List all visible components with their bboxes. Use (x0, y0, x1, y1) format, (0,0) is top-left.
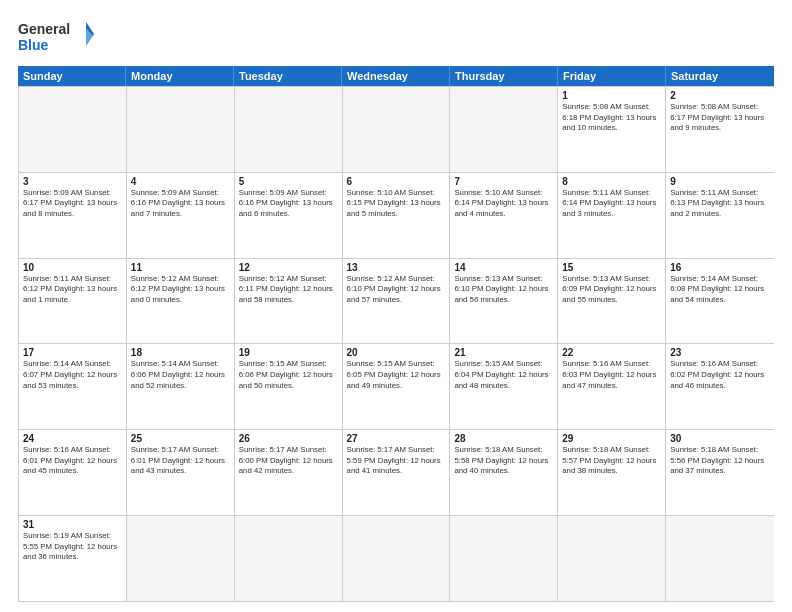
day-info: Sunrise: 5:09 AM Sunset: 6:16 PM Dayligh… (239, 188, 338, 220)
day-number: 13 (347, 262, 446, 273)
calendar-cell: 21Sunrise: 5:15 AM Sunset: 6:04 PM Dayli… (450, 344, 558, 429)
calendar-cell: 8Sunrise: 5:11 AM Sunset: 6:14 PM Daylig… (558, 173, 666, 258)
calendar-body: 1Sunrise: 5:08 AM Sunset: 6:18 PM Daylig… (18, 86, 774, 602)
day-info: Sunrise: 5:11 AM Sunset: 6:14 PM Dayligh… (562, 188, 661, 220)
day-info: Sunrise: 5:18 AM Sunset: 5:58 PM Dayligh… (454, 445, 553, 477)
calendar-cell (343, 516, 451, 601)
day-number: 26 (239, 433, 338, 444)
calendar-cell: 31Sunrise: 5:19 AM Sunset: 5:55 PM Dayli… (19, 516, 127, 601)
day-info: Sunrise: 5:16 AM Sunset: 6:03 PM Dayligh… (562, 359, 661, 391)
calendar-cell: 3Sunrise: 5:09 AM Sunset: 6:17 PM Daylig… (19, 173, 127, 258)
day-info: Sunrise: 5:12 AM Sunset: 6:11 PM Dayligh… (239, 274, 338, 306)
day-info: Sunrise: 5:09 AM Sunset: 6:16 PM Dayligh… (131, 188, 230, 220)
day-info: Sunrise: 5:16 AM Sunset: 6:02 PM Dayligh… (670, 359, 770, 391)
calendar-cell (19, 87, 127, 172)
page-header: General Blue (18, 18, 774, 58)
calendar-cell: 7Sunrise: 5:10 AM Sunset: 6:14 PM Daylig… (450, 173, 558, 258)
calendar-cell: 28Sunrise: 5:18 AM Sunset: 5:58 PM Dayli… (450, 430, 558, 515)
calendar-cell (666, 516, 774, 601)
calendar-cell: 2Sunrise: 5:08 AM Sunset: 6:17 PM Daylig… (666, 87, 774, 172)
day-info: Sunrise: 5:17 AM Sunset: 6:01 PM Dayligh… (131, 445, 230, 477)
day-number: 5 (239, 176, 338, 187)
calendar-cell (127, 516, 235, 601)
day-number: 22 (562, 347, 661, 358)
calendar-row-1: 1Sunrise: 5:08 AM Sunset: 6:18 PM Daylig… (19, 87, 774, 173)
day-number: 12 (239, 262, 338, 273)
day-info: Sunrise: 5:14 AM Sunset: 6:06 PM Dayligh… (131, 359, 230, 391)
calendar-cell: 5Sunrise: 5:09 AM Sunset: 6:16 PM Daylig… (235, 173, 343, 258)
header-cell-tuesday: Tuesday (234, 66, 342, 86)
calendar-row-3: 10Sunrise: 5:11 AM Sunset: 6:12 PM Dayli… (19, 259, 774, 345)
calendar-cell: 13Sunrise: 5:12 AM Sunset: 6:10 PM Dayli… (343, 259, 451, 344)
day-info: Sunrise: 5:18 AM Sunset: 5:56 PM Dayligh… (670, 445, 770, 477)
day-number: 18 (131, 347, 230, 358)
calendar-cell: 23Sunrise: 5:16 AM Sunset: 6:02 PM Dayli… (666, 344, 774, 429)
generalblue-logo: General Blue (18, 18, 98, 58)
day-info: Sunrise: 5:10 AM Sunset: 6:15 PM Dayligh… (347, 188, 446, 220)
day-number: 19 (239, 347, 338, 358)
calendar-cell (343, 87, 451, 172)
calendar-cell: 27Sunrise: 5:17 AM Sunset: 5:59 PM Dayli… (343, 430, 451, 515)
header-cell-monday: Monday (126, 66, 234, 86)
calendar-cell: 25Sunrise: 5:17 AM Sunset: 6:01 PM Dayli… (127, 430, 235, 515)
calendar-cell: 6Sunrise: 5:10 AM Sunset: 6:15 PM Daylig… (343, 173, 451, 258)
calendar-cell: 20Sunrise: 5:15 AM Sunset: 6:05 PM Dayli… (343, 344, 451, 429)
calendar-header-row: SundayMondayTuesdayWednesdayThursdayFrid… (18, 66, 774, 86)
calendar-cell: 18Sunrise: 5:14 AM Sunset: 6:06 PM Dayli… (127, 344, 235, 429)
calendar-cell: 14Sunrise: 5:13 AM Sunset: 6:10 PM Dayli… (450, 259, 558, 344)
day-number: 3 (23, 176, 122, 187)
day-number: 25 (131, 433, 230, 444)
calendar-cell: 19Sunrise: 5:15 AM Sunset: 6:06 PM Dayli… (235, 344, 343, 429)
day-info: Sunrise: 5:13 AM Sunset: 6:10 PM Dayligh… (454, 274, 553, 306)
day-number: 7 (454, 176, 553, 187)
header-cell-thursday: Thursday (450, 66, 558, 86)
day-info: Sunrise: 5:15 AM Sunset: 6:05 PM Dayligh… (347, 359, 446, 391)
day-number: 31 (23, 519, 122, 530)
day-info: Sunrise: 5:08 AM Sunset: 6:17 PM Dayligh… (670, 102, 770, 134)
day-info: Sunrise: 5:12 AM Sunset: 6:12 PM Dayligh… (131, 274, 230, 306)
header-cell-friday: Friday (558, 66, 666, 86)
calendar-cell: 4Sunrise: 5:09 AM Sunset: 6:16 PM Daylig… (127, 173, 235, 258)
day-info: Sunrise: 5:15 AM Sunset: 6:06 PM Dayligh… (239, 359, 338, 391)
calendar: SundayMondayTuesdayWednesdayThursdayFrid… (18, 66, 774, 602)
header-cell-wednesday: Wednesday (342, 66, 450, 86)
calendar-cell: 16Sunrise: 5:14 AM Sunset: 6:08 PM Dayli… (666, 259, 774, 344)
day-info: Sunrise: 5:17 AM Sunset: 6:00 PM Dayligh… (239, 445, 338, 477)
day-number: 16 (670, 262, 770, 273)
calendar-cell (450, 516, 558, 601)
calendar-cell (127, 87, 235, 172)
calendar-cell: 1Sunrise: 5:08 AM Sunset: 6:18 PM Daylig… (558, 87, 666, 172)
calendar-cell: 26Sunrise: 5:17 AM Sunset: 6:00 PM Dayli… (235, 430, 343, 515)
calendar-cell: 29Sunrise: 5:18 AM Sunset: 5:57 PM Dayli… (558, 430, 666, 515)
day-number: 21 (454, 347, 553, 358)
day-number: 29 (562, 433, 661, 444)
day-info: Sunrise: 5:11 AM Sunset: 6:12 PM Dayligh… (23, 274, 122, 306)
day-number: 2 (670, 90, 770, 101)
day-info: Sunrise: 5:09 AM Sunset: 6:17 PM Dayligh… (23, 188, 122, 220)
calendar-cell: 24Sunrise: 5:16 AM Sunset: 6:01 PM Dayli… (19, 430, 127, 515)
calendar-cell: 15Sunrise: 5:13 AM Sunset: 6:09 PM Dayli… (558, 259, 666, 344)
svg-text:General: General (18, 21, 70, 37)
day-info: Sunrise: 5:14 AM Sunset: 6:07 PM Dayligh… (23, 359, 122, 391)
day-number: 11 (131, 262, 230, 273)
day-number: 17 (23, 347, 122, 358)
calendar-cell (558, 516, 666, 601)
day-number: 1 (562, 90, 661, 101)
calendar-cell (235, 87, 343, 172)
day-number: 28 (454, 433, 553, 444)
calendar-cell (450, 87, 558, 172)
calendar-cell: 11Sunrise: 5:12 AM Sunset: 6:12 PM Dayli… (127, 259, 235, 344)
day-number: 14 (454, 262, 553, 273)
calendar-cell: 10Sunrise: 5:11 AM Sunset: 6:12 PM Dayli… (19, 259, 127, 344)
day-info: Sunrise: 5:15 AM Sunset: 6:04 PM Dayligh… (454, 359, 553, 391)
calendar-cell: 9Sunrise: 5:11 AM Sunset: 6:13 PM Daylig… (666, 173, 774, 258)
day-info: Sunrise: 5:16 AM Sunset: 6:01 PM Dayligh… (23, 445, 122, 477)
day-number: 15 (562, 262, 661, 273)
day-number: 20 (347, 347, 446, 358)
day-info: Sunrise: 5:08 AM Sunset: 6:18 PM Dayligh… (562, 102, 661, 134)
day-number: 27 (347, 433, 446, 444)
day-number: 4 (131, 176, 230, 187)
day-info: Sunrise: 5:17 AM Sunset: 5:59 PM Dayligh… (347, 445, 446, 477)
day-info: Sunrise: 5:13 AM Sunset: 6:09 PM Dayligh… (562, 274, 661, 306)
header-cell-sunday: Sunday (18, 66, 126, 86)
